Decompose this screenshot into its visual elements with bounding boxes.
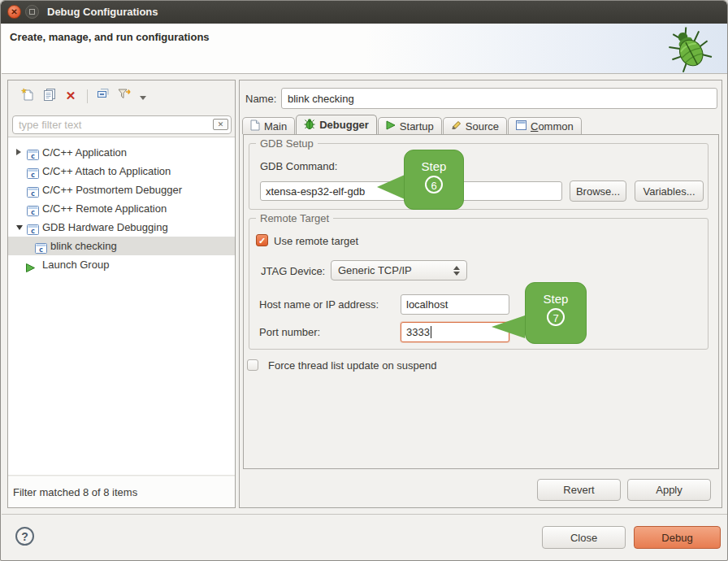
tree-item-label: C/C++ Attach to Application [42,165,171,177]
debug-button[interactable]: Debug [634,526,721,549]
tree-item-cpp-application[interactable]: c C/C++ Application [8,143,235,162]
tree-item-blink-checking-selected[interactable]: c blink checking [8,237,235,255]
tree-item-cpp-postmortem[interactable]: c C/C++ Postmortem Debugger [8,180,235,199]
delete-icon[interactable]: ✕ [62,88,80,106]
window-close-button[interactable]: ✕ [7,5,21,19]
window-maximize-button[interactable] [25,5,39,19]
gdb-command-label: GDB Command: [260,160,337,172]
svg-text:c: c [31,189,35,198]
debugger-tab-content: GDB Setup GDB Command: Browse... Variabl… [243,134,719,469]
tree-item-gdb-hardware-debugging[interactable]: c GDB Hardware Debugging [8,218,235,237]
configurations-tree: c C/C++ Application c C/C++ Attach to Ap… [8,137,235,476]
debug-configurations-window: ✕ Debug Configurations Create, manage, a… [0,0,728,561]
svg-text:c: c [39,246,43,254]
tree-item-label: C/C++ Application [42,146,127,159]
tree-item-cpp-remote[interactable]: c C/C++ Remote Application [8,199,235,218]
help-button[interactable]: ? [15,527,34,546]
step7-arrow [492,315,525,338]
svg-text:c: c [31,152,35,160]
step6-arrow [377,175,405,199]
bug-icon [304,118,315,132]
tree-item-label: Launch Group [42,259,109,271]
step6-number: 6 [425,176,443,194]
svg-text:c: c [31,171,35,179]
name-input[interactable] [281,88,717,109]
filter-input[interactable] [12,115,232,134]
toolbar-separator [87,89,88,103]
footer-separator [2,514,728,515]
jtag-device-value: Generic TCP/IP [338,264,412,276]
force-thread-checkbox[interactable] [247,359,258,371]
tab-main[interactable]: Main [242,117,295,134]
variables-button[interactable]: Variables... [635,180,704,202]
spinner-arrows-icon[interactable] [453,266,460,276]
tab-debugger[interactable]: Debugger [296,115,377,134]
svg-text:c: c [31,227,35,235]
page-icon [250,120,260,133]
window-title: Debug Configurations [47,6,158,18]
name-label: Name: [245,93,276,105]
header-banner: Create, manage, and run configurations [2,24,728,74]
text-caret [431,326,431,338]
filter-status-text: Filter matched 8 of 8 items [13,486,137,498]
step6-callout: Step 6 [404,150,464,210]
filter-icon[interactable] [116,88,134,106]
svg-text:c: c [31,208,35,216]
toolbar-menu-chevron-icon[interactable] [140,96,146,100]
sidebar-toolbar: ✕ [8,80,235,113]
tree-item-label: C/C++ Postmortem Debugger [42,184,182,196]
revert-button[interactable]: Revert [537,479,621,501]
force-thread-label: Force thread list update on suspend [268,359,436,372]
step7-callout: Step 7 [525,282,587,344]
browse-button[interactable]: Browse... [570,180,626,202]
tab-source[interactable]: Source [443,117,507,134]
tree-item-label: C/C++ Remote Application [42,202,167,215]
header-title: Create, manage, and run configurations [10,31,210,43]
launch-group-icon [25,260,36,279]
titlebar[interactable]: ✕ Debug Configurations [1,1,727,24]
configurations-sidebar: ✕ ✕ c C/C++ Application c C/C++ Attach t… [7,80,236,508]
port-label: Port number: [259,326,320,338]
tree-item-label: GDB Hardware Debugging [42,221,168,233]
window-icon [516,120,526,133]
use-remote-target-label: Use remote target [274,235,358,247]
tab-common[interactable]: Common [508,117,582,134]
clear-filter-icon[interactable]: ✕ [213,119,228,130]
expander-expanded-icon[interactable] [16,225,23,230]
tree-item-cpp-attach[interactable]: c C/C++ Attach to Application [8,162,235,180]
port-value: 3333 [406,326,430,338]
gdb-setup-title: GDB Setup [256,137,318,150]
filter-status-bar: Filter matched 8 of 8 items [8,476,235,507]
host-label: Host name or IP address: [259,298,379,311]
collapse-all-icon[interactable] [94,88,112,106]
tree-item-label: blink checking [50,240,117,252]
play-icon [386,120,396,133]
close-button[interactable]: Close [542,526,626,549]
remote-target-group: Remote Target ✓ Use remote target JTAG D… [249,218,708,350]
tab-startup[interactable]: Startup [378,117,442,134]
use-remote-target-checkbox[interactable]: ✓ [256,234,268,246]
jtag-device-label: JTAG Device: [261,265,325,277]
new-configuration-icon[interactable] [18,88,36,106]
step7-number: 7 [547,308,565,326]
jtag-device-select[interactable]: Generic TCP/IP [331,260,467,280]
debug-bug-icon [666,24,713,76]
tab-bar: Main Debugger Startup Source Common [242,115,583,134]
duplicate-icon[interactable] [41,88,58,106]
apply-button[interactable]: Apply [627,479,711,501]
expander-collapsed-icon[interactable] [16,149,21,155]
tree-item-launch-group[interactable]: Launch Group [8,255,235,274]
source-pencil-icon [451,120,462,133]
remote-target-title: Remote Target [256,212,333,224]
gdb-setup-group: GDB Setup GDB Command: Browse... Variabl… [249,143,708,210]
host-input[interactable] [401,294,509,315]
configuration-detail-panel: Name: Main Debugger Startup Source Commo… [239,80,722,508]
